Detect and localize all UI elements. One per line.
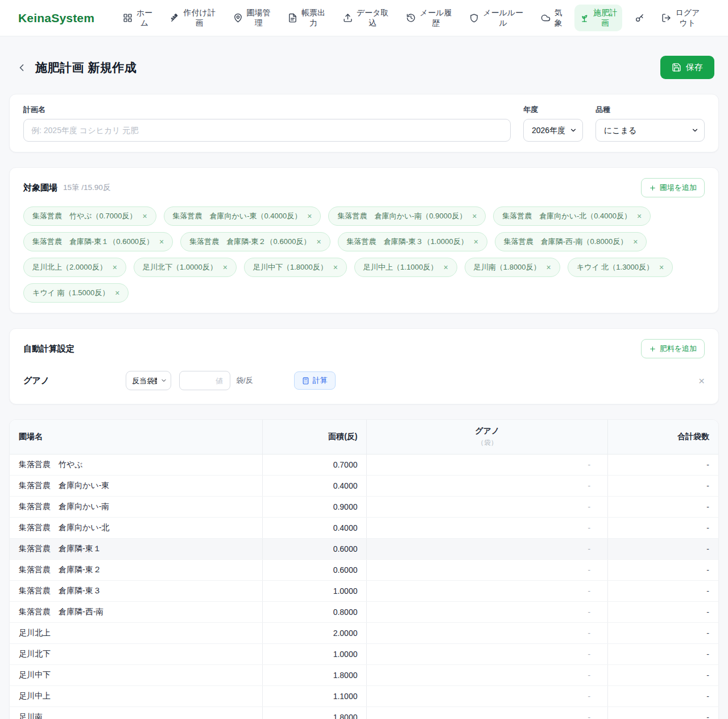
plan-name-input[interactable] (23, 119, 511, 142)
back-button[interactable] (14, 60, 30, 76)
table-row: 集落営農 倉庫向かい-東 0.4000 - - (10, 476, 718, 497)
field-tag: 足川北下（1.0000反） × (134, 258, 237, 277)
upload-icon (343, 13, 353, 23)
field-tag-list: 集落営農 竹やぶ（0.7000反） × 集落営農 倉庫向かい-東（0.4000反… (23, 206, 705, 303)
page-title: 施肥計画 新規作成 (35, 60, 136, 76)
field-tag: キウイ 南（1.5000反） × (23, 283, 129, 303)
table-row: 足川北上 2.0000 - - (10, 623, 718, 644)
calculate-button[interactable]: 計算 (294, 371, 336, 390)
remove-field-icon[interactable]: × (113, 263, 117, 271)
cell-field-name: 足川中下 (10, 665, 263, 686)
header-area: 面積(反) (263, 420, 367, 454)
cell-total-bags: - (608, 623, 718, 644)
cell-area: 0.4000 (263, 518, 367, 539)
remove-field-icon[interactable]: × (637, 212, 642, 220)
table-row: 集落営農 倉庫向かい-南 0.9000 - - (10, 497, 718, 518)
brand-logo[interactable]: KeinaSystem (18, 11, 94, 25)
field-tag: 足川南（1.8000反） × (465, 258, 560, 277)
page-content: 施肥計画 新規作成 保存 計画名 年度 2026年度 品種 にこまる (0, 36, 728, 719)
cell-fertilizer-bags: - (367, 497, 608, 518)
table-header-row: 圃場名 面積(反) グアノ （袋） 合計袋数 (10, 420, 718, 454)
cell-area: 1.0000 (263, 581, 367, 602)
document-icon (288, 13, 297, 23)
remove-field-icon[interactable]: × (333, 263, 338, 271)
year-select-wrap: 2026年度 (523, 119, 583, 142)
remove-field-icon[interactable]: × (142, 212, 147, 220)
cell-total-bags: - (608, 665, 718, 686)
nav-item-fertilization-plan[interactable]: 施肥計 画 (574, 5, 622, 31)
nav-item-report-output[interactable]: 帳票出 力 (283, 5, 330, 31)
remove-field-icon[interactable]: × (472, 212, 477, 220)
remove-field-icon[interactable]: × (474, 238, 478, 246)
cell-area: 0.9000 (263, 497, 367, 518)
table-row: 足川南 1.8000 - - (10, 707, 718, 719)
nav-item-field-management[interactable]: 圃場管 理 (228, 5, 276, 31)
cell-fertilizer-bags: - (367, 686, 608, 707)
year-select[interactable]: 2026年度 (523, 119, 583, 142)
cell-total-bags: - (608, 560, 718, 581)
field-tag-label: キウイ 北（1.3000反） (577, 262, 653, 272)
nav-item-weather[interactable]: 気 象 (536, 5, 568, 31)
cell-total-bags: - (608, 476, 718, 497)
remove-fertilizer-icon[interactable]: × (698, 375, 705, 386)
field-tag: キウイ 北（1.3000反） × (568, 258, 673, 277)
calc-method-select-wrap: 反当袋数 (126, 371, 171, 390)
cell-field-name: 集落営農 倉庫向かい-東 (10, 476, 263, 497)
nav-item-key[interactable] (630, 10, 650, 26)
remove-field-icon[interactable]: × (633, 238, 638, 246)
nav-item-planting-plan[interactable]: 作付け計 画 (165, 5, 221, 31)
remove-field-icon[interactable]: × (316, 238, 321, 246)
field-tag-label: 足川北下（1.0000反） (143, 262, 217, 272)
cell-field-name: 集落営農 倉庫向かい-南 (10, 497, 263, 518)
cell-fertilizer-bags: - (367, 518, 608, 539)
nav-item-data-import[interactable]: データ取 込 (338, 5, 394, 31)
plan-form-card: 計画名 年度 2026年度 品種 にこまる (9, 94, 719, 152)
field-tag-label: 集落営農 倉庫隣-東３（1.0000反） (347, 237, 468, 247)
cell-total-bags: - (608, 707, 718, 719)
cell-area: 0.6000 (263, 560, 367, 581)
remove-field-icon[interactable]: × (547, 263, 551, 271)
key-icon (635, 13, 644, 23)
field-tag: 集落営農 倉庫隣-東２（0.6000反） × (180, 232, 330, 251)
remove-field-icon[interactable]: × (307, 212, 312, 220)
shield-icon (469, 13, 479, 23)
remove-field-icon[interactable]: × (159, 238, 164, 246)
nav-item-mail-history[interactable]: メール履 歴 (401, 5, 457, 31)
remove-field-icon[interactable]: × (659, 263, 664, 271)
field-tag: 集落営農 倉庫向かい-北（0.4000反） × (493, 206, 651, 226)
field-tag: 集落営農 倉庫隣-東３（1.0000反） × (338, 232, 487, 251)
cell-area: 0.8000 (263, 602, 367, 623)
cell-total-bags: - (608, 539, 718, 560)
fertilizer-calc-row: グアノ 反当袋数 袋/反 計算 × (23, 371, 705, 394)
calc-method-select[interactable]: 反当袋数 (126, 371, 171, 390)
variety-select[interactable]: にこまる (595, 119, 705, 142)
save-button[interactable]: 保存 (660, 56, 714, 79)
cell-area: 1.1000 (263, 686, 367, 707)
table-row: 集落営農 倉庫隣-東３ 1.0000 - - (10, 581, 718, 602)
field-tag-label: キウイ 南（1.5000反） (32, 288, 109, 298)
cell-area: 1.8000 (263, 665, 367, 686)
remove-field-icon[interactable]: × (115, 289, 119, 297)
nav-item-mail-rules[interactable]: メールルー ル (464, 5, 528, 31)
results-table-card: 圃場名 面積(反) グアノ （袋） 合計袋数 集落営農 竹やぶ 0.7000 -… (9, 419, 719, 719)
cell-field-name: 集落営農 倉庫隣-東３ (10, 581, 263, 602)
remove-field-icon[interactable]: × (223, 263, 228, 271)
cell-field-name: 集落営農 竹やぶ (10, 454, 263, 476)
sprout-icon (580, 13, 589, 23)
logout-icon (661, 13, 671, 23)
field-tag-label: 集落営農 倉庫向かい-東（0.4000反） (173, 211, 302, 221)
add-field-button[interactable]: 圃場を追加 (641, 178, 705, 197)
table-row: 足川北下 1.0000 - - (10, 644, 718, 665)
nav-item-home[interactable]: ホー ム (118, 5, 158, 31)
cell-area: 0.4000 (263, 476, 367, 497)
cell-fertilizer-bags: - (367, 623, 608, 644)
nav-item-logout[interactable]: ログア ウト (656, 5, 705, 31)
cell-area: 0.6000 (263, 539, 367, 560)
add-fertilizer-button[interactable]: 肥料を追加 (641, 339, 705, 358)
field-tag-label: 集落営農 倉庫隣-東１（0.6000反） (32, 237, 154, 247)
remove-field-icon[interactable]: × (444, 263, 448, 271)
calc-value-input[interactable] (179, 371, 230, 390)
table-row: 集落営農 倉庫隣-東１ 0.6000 - - (10, 539, 718, 560)
cell-fertilizer-bags: - (367, 476, 608, 497)
field-tag-label: 足川北上（2.0000反） (32, 262, 107, 272)
